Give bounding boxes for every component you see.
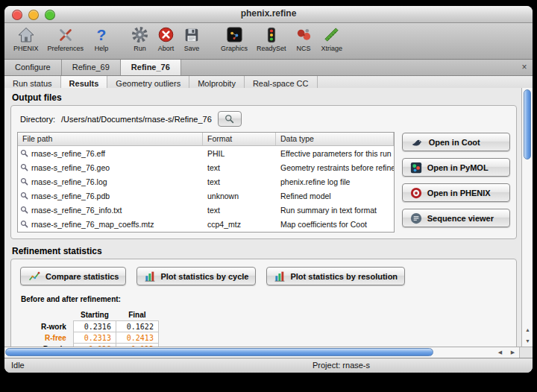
magnifier-icon [20, 149, 28, 157]
toolbar-help-button[interactable]: ? Help [88, 25, 115, 52]
column-header-format: Format [203, 133, 276, 145]
compare-statistics-button[interactable]: Compare statistics [20, 267, 126, 285]
toolbar: PHENIX Preferences ? Help Run Abort [4, 23, 533, 60]
table-header-row: File path Format Data type [18, 133, 394, 146]
toolbar-label: ReadySet [257, 45, 286, 52]
toolbar-xtriage-button[interactable]: Xtriage [317, 25, 348, 52]
column-header-file-path: File path [18, 133, 203, 145]
abort-icon [157, 25, 175, 45]
file-data-type: Effective parameters for this run [276, 149, 394, 158]
tools-icon [57, 25, 75, 45]
refinement-statistics-heading: Refinement statistics [12, 246, 521, 256]
traffic-lights [12, 10, 61, 20]
file-format: unknown [203, 192, 276, 200]
scroll-left-icon[interactable] [494, 347, 506, 358]
stats-col-starting: Starting [73, 309, 116, 321]
horizontal-scrollbar-thumb[interactable] [5, 348, 433, 356]
ncs-icon [295, 25, 313, 45]
run-gear-icon [131, 25, 148, 45]
save-icon [183, 25, 200, 45]
vertical-scrollbar-thumb[interactable] [524, 89, 531, 159]
compare-stats-icon [28, 271, 41, 282]
file-name: rnase-s_refine_76.geo [31, 163, 110, 172]
svg-text:?: ? [97, 26, 107, 43]
file-data-type: Geometry restraints before refinement [276, 163, 394, 172]
before-after-caption: Before and after refinement: [21, 295, 510, 303]
directory-value: /Users/nat/Documents/rnase-s/Refine_76 [61, 115, 212, 124]
status-text: Idle [11, 361, 25, 370]
sequence-viewer-button[interactable]: Sequence viewer [402, 209, 510, 227]
toolbar-label: Abort [158, 45, 175, 52]
file-format: PHIL [203, 149, 276, 158]
traffic-light-icon [263, 25, 280, 45]
results-scrollview: Output files Directory: /Users/nat/Docum… [4, 88, 521, 347]
toolbar-readyset-button[interactable]: ReadySet [252, 25, 291, 52]
tab-configure[interactable]: Configure [4, 60, 62, 75]
window-close-button[interactable] [12, 10, 22, 20]
toolbar-abort-button[interactable]: Abort [153, 25, 179, 52]
project-label: Project: rnase-s [313, 361, 370, 370]
open-in-coot-button[interactable]: Open in Coot [402, 133, 510, 151]
toolbar-graphics-button[interactable]: Graphics [216, 25, 252, 52]
button-label: Open in PyMOL [427, 163, 489, 172]
stat-starting-value: 0.2316 [73, 321, 116, 332]
title-bar[interactable]: phenix.refine [4, 6, 533, 23]
file-format: text [203, 177, 276, 186]
tab-close-button[interactable]: × [516, 60, 533, 75]
button-label: Open in Coot [429, 138, 480, 147]
file-format: text [203, 206, 276, 215]
table-row[interactable]: rnase-s_refine_76.eff PHIL Effective par… [18, 146, 394, 160]
open-in-phenix-button[interactable]: Open in PHENIX [402, 183, 510, 202]
stat-final-value: 0.1622 [116, 321, 158, 332]
output-files-groupbox: Directory: /Users/nat/Documents/rnase-s/… [10, 105, 517, 239]
button-label: Plot statistics by cycle [160, 272, 248, 281]
file-data-type: Run summary in text format [276, 206, 394, 215]
app-window: phenix.refine PHENIX Preferences ? Help [4, 6, 533, 373]
toolbar-label: Xtriage [321, 45, 343, 52]
refinement-stats-table: Starting Final R-work 0.2316 0.1622 R-fr… [37, 309, 159, 347]
xtriage-ruler-icon [323, 25, 340, 45]
table-row[interactable]: rnase-s_refine_76_info.txt text Run summ… [18, 203, 394, 217]
horizontal-scrollbar[interactable] [4, 347, 533, 358]
sequence-viewer-icon [409, 212, 423, 225]
status-bar: Idle Project: rnase-s [4, 358, 533, 373]
column-header-data-type: Data type [276, 133, 394, 145]
output-files-heading: Output files [12, 92, 521, 103]
file-name: rnase-s_refine_76.pdb [31, 192, 110, 200]
main-tab-bar: Configure Refine_69 Refine_76 × [4, 60, 533, 76]
open-in-pymol-button[interactable]: Open in PyMOL [402, 158, 510, 177]
toolbar-label: Save [184, 45, 200, 52]
home-icon [17, 25, 35, 45]
toolbar-preferences-button[interactable]: Preferences [43, 25, 89, 52]
scrollbar-corner [519, 347, 533, 358]
plot-by-resolution-button[interactable]: Plot statistics by resolution [266, 267, 405, 285]
window-minimize-button[interactable] [28, 10, 39, 20]
toolbar-ncs-button[interactable]: NCS [291, 25, 317, 52]
tab-refine-69[interactable]: Refine_69 [62, 60, 121, 75]
bar-chart-icon [144, 271, 156, 282]
window-zoom-button[interactable] [45, 10, 55, 20]
table-row[interactable]: rnase-s_refine_76.pdb unknown Refined mo… [18, 189, 394, 203]
help-icon: ? [92, 25, 110, 45]
table-row[interactable]: rnase-s_refine_76.log text phenix.refine… [18, 174, 394, 189]
phenix-logo-icon [409, 186, 423, 200]
button-label: Open in PHENIX [427, 189, 491, 197]
toolbar-run-button[interactable]: Run [127, 25, 153, 52]
table-row[interactable]: rnase-s_refine_76.geo text Geometry rest… [18, 160, 394, 174]
scroll-right-icon[interactable] [506, 347, 519, 358]
stats-row-r-work: R-work 0.2316 0.1622 [37, 321, 158, 332]
horizontal-scrollbar-track[interactable] [4, 347, 494, 358]
magnifier-icon [20, 206, 28, 214]
plot-by-cycle-button[interactable]: Plot statistics by cycle [136, 267, 256, 285]
directory-search-button[interactable] [218, 111, 242, 127]
toolbar-label: Graphics [221, 45, 248, 52]
search-icon [224, 114, 234, 124]
stat-label: R-work [37, 321, 73, 332]
table-row[interactable]: rnase-s_refine_76_map_coeffs.mtz ccp4_mt… [18, 217, 394, 231]
toolbar-phenix-button[interactable]: PHENIX [9, 25, 43, 52]
vertical-scrollbar[interactable] [521, 88, 533, 347]
scroll-down-icon[interactable] [522, 335, 533, 347]
toolbar-save-button[interactable]: Save [179, 25, 204, 52]
scroll-up-icon[interactable] [522, 324, 533, 335]
tab-refine-76[interactable]: Refine_76 [121, 60, 181, 75]
